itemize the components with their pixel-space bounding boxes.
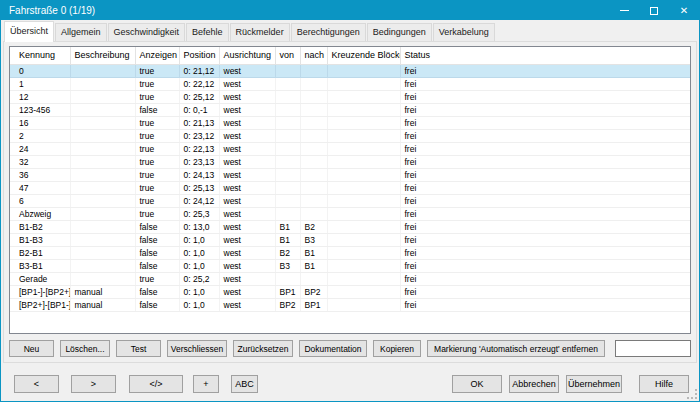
column-header-status[interactable]: Status (400, 47, 690, 64)
remove-auto-marker-button[interactable]: Markierung 'Automatisch erzeugt' entfern… (427, 340, 605, 357)
tab-geschwindigkeit[interactable]: Geschwindigkeit (108, 23, 186, 41)
maximize-button[interactable] (639, 1, 669, 20)
cell-position: 0: 25,12 (179, 90, 219, 103)
table-row[interactable]: B1-B3false0: 1,0westB1B3frei (10, 233, 690, 246)
table-row[interactable]: 47true0: 25,13westfrei (10, 181, 690, 194)
cell-von (275, 116, 300, 129)
cell-anzeigen: true (135, 155, 179, 168)
cell-von (275, 194, 300, 207)
column-header-kreuzende-blocke[interactable]: Kreuzende Blöcke (327, 47, 400, 64)
cell-status: frei (400, 285, 690, 298)
cell-kreuzende-blocke (327, 116, 400, 129)
tab-verkabelung[interactable]: Verkabelung (433, 23, 495, 41)
lock-button[interactable]: Verschliessen (167, 340, 227, 357)
column-header-ausrichtung[interactable]: Ausrichtung (219, 47, 275, 64)
ok-button[interactable]: OK (452, 375, 502, 393)
test-button[interactable]: Test (116, 340, 161, 357)
cell-kennung: 36 (10, 168, 70, 181)
cell-von (275, 90, 300, 103)
table-row[interactable]: 36true0: 24,13westfrei (10, 168, 690, 181)
table-row[interactable]: 24true0: 22,13westfrei (10, 142, 690, 155)
table-row[interactable]: B1-B2false0: 13,0westB1B2frei (10, 220, 690, 233)
cell-kreuzende-blocke (327, 246, 400, 259)
cell-position: 0: 22,12 (179, 77, 219, 90)
cell-kreuzende-blocke (327, 64, 400, 77)
cell-kennung: 2 (10, 129, 70, 142)
table-row[interactable]: 0true0: 21,12westfrei (10, 64, 690, 77)
delete-button[interactable]: Löschen... (60, 340, 110, 357)
documentation-button[interactable]: Dokumentation (299, 340, 367, 357)
table-row[interactable]: 6true0: 24,12westfrei (10, 194, 690, 207)
cell-beschreibung (70, 64, 135, 77)
cell-anzeigen: true (135, 272, 179, 285)
prev-button[interactable]: < (14, 375, 59, 393)
new-button[interactable]: Neu (9, 340, 54, 357)
cell-kennung: 123-456 (10, 103, 70, 116)
cell-beschreibung (70, 246, 135, 259)
cell-ausrichtung: west (219, 207, 275, 220)
next-button[interactable]: > (71, 375, 116, 393)
apply-button[interactable]: Übernehmen (566, 375, 622, 393)
cell-position: 0: 23,12 (179, 129, 219, 142)
table-row[interactable]: 1true0: 22,12westfrei (10, 77, 690, 90)
cell-kennung: 24 (10, 142, 70, 155)
table-row[interactable]: [BP1-]-[BP2+]manualfalse0: 1,0westBP1BP2… (10, 285, 690, 298)
cell-nach (300, 116, 327, 129)
cell-nach (300, 168, 327, 181)
tab-befehle[interactable]: Befehle (186, 23, 229, 41)
table-row[interactable]: 123-456false0: 0,-1westfrei (10, 103, 690, 116)
cell-kreuzende-blocke (327, 207, 400, 220)
cell-kennung: 12 (10, 90, 70, 103)
tab-ubersicht[interactable]: Übersicht (4, 21, 54, 42)
cancel-button[interactable]: Abbrechen (509, 375, 559, 393)
resize-grip-icon[interactable] (687, 389, 697, 399)
cell-kennung: 6 (10, 194, 70, 207)
column-header-beschreibung[interactable]: Beschreibung (70, 47, 135, 64)
table-row[interactable]: Abzweigtrue0: 25,3westfrei (10, 207, 690, 220)
column-header-nach[interactable]: nach (300, 47, 327, 64)
cell-status: frei (400, 207, 690, 220)
cell-status: frei (400, 220, 690, 233)
table-row[interactable]: B3-B1false0: 1,0westB3B1frei (10, 259, 690, 272)
close-icon: ✕ (680, 6, 688, 16)
cell-von (275, 129, 300, 142)
routes-table: KennungBeschreibungAnzeigenPositionAusri… (9, 46, 691, 334)
cell-ausrichtung: west (219, 155, 275, 168)
tab-ruckmelder[interactable]: Rückmelder (230, 23, 290, 41)
table-row[interactable]: 2true0: 23,12westfrei (10, 129, 690, 142)
add-button[interactable]: + (193, 375, 219, 393)
table-row[interactable]: 32true0: 23,13westfrei (10, 155, 690, 168)
tab-allgemein[interactable]: Allgemein (55, 23, 107, 41)
minimize-button[interactable] (609, 1, 639, 20)
close-button[interactable]: ✕ (669, 1, 699, 20)
table-row[interactable]: 16true0: 21,13westfrei (10, 116, 690, 129)
cell-anzeigen: false (135, 103, 179, 116)
abc-button[interactable]: ABC (231, 375, 258, 393)
cell-status: frei (400, 298, 690, 311)
cell-von: B1 (275, 220, 300, 233)
column-header-kennung[interactable]: Kennung (10, 47, 70, 64)
cell-ausrichtung: west (219, 103, 275, 116)
cell-kreuzende-blocke (327, 129, 400, 142)
cell-status: frei (400, 259, 690, 272)
table-row[interactable]: B2-B1false0: 1,0westB2B1frei (10, 246, 690, 259)
column-header-position[interactable]: Position (179, 47, 219, 64)
tab-berechtigungen[interactable]: Berechtigungen (291, 23, 366, 41)
column-header-anzeigen[interactable]: Anzeigen (135, 47, 179, 64)
action-text-input[interactable] (615, 340, 691, 357)
help-button[interactable]: Hilfe (639, 375, 689, 393)
cell-status: frei (400, 181, 690, 194)
cell-beschreibung (70, 142, 135, 155)
column-header-von[interactable]: von (275, 47, 300, 64)
code-view-button[interactable]: </> (129, 375, 183, 393)
copy-button[interactable]: Kopieren (373, 340, 421, 357)
tab-bedingungen[interactable]: Bedingungen (367, 23, 432, 41)
table-row[interactable]: 12true0: 25,12westfrei (10, 90, 690, 103)
cell-ausrichtung: west (219, 129, 275, 142)
reset-button[interactable]: Zurücksetzen (233, 340, 293, 357)
cell-ausrichtung: west (219, 272, 275, 285)
table-row[interactable]: [BP2+]-[BP1-]manualfalse0: 1,0westBP2BP1… (10, 298, 690, 311)
cell-status: frei (400, 103, 690, 116)
table-row[interactable]: Geradetrue0: 25,2westfrei (10, 272, 690, 285)
tab-page-uebersicht: KennungBeschreibungAnzeigenPositionAusri… (3, 41, 697, 363)
